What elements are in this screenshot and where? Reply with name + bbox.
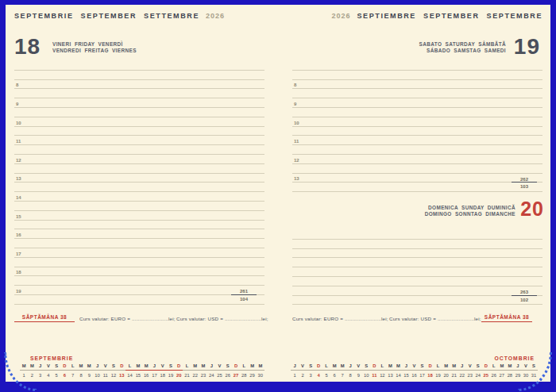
calendar-day-letter: S	[419, 363, 427, 371]
hour-label: 13	[294, 176, 299, 181]
schedule-row	[292, 249, 542, 259]
calendar-day-number: 19	[434, 371, 442, 379]
calendar-day-letter: V	[354, 363, 362, 371]
calendar-day-number: 31	[530, 371, 538, 379]
day-number-19: 19	[514, 36, 540, 58]
calendar-day-letter: S	[307, 363, 315, 371]
hour-label: 11	[294, 139, 299, 144]
calendar-day-letter: S	[474, 363, 482, 371]
calendar-day-letter: S	[530, 363, 538, 371]
calendar-day-letter: V	[522, 363, 530, 371]
calendar-day-number: 20	[442, 371, 450, 379]
calendar-day-letter: L	[490, 363, 498, 371]
calendar-day-letter: M	[498, 363, 506, 371]
schedule-row	[292, 183, 542, 192]
schedule-row	[292, 240, 542, 249]
calendar-day-number: 27	[498, 371, 506, 379]
calendar-day-letter: V	[466, 363, 474, 371]
calendar-day-letter: M	[394, 363, 402, 371]
schedule-row	[292, 286, 542, 296]
calendar-day: V 30	[522, 363, 530, 379]
calendar-day: L 5	[322, 363, 330, 379]
schedule-row	[292, 145, 542, 155]
day-names-19-line2: SÁBADO SAMSTAG SAMEDI	[419, 48, 506, 54]
calendar-day: D 25	[482, 363, 490, 379]
calendar-day: J 29	[514, 363, 522, 379]
hour-label: 12	[294, 158, 299, 163]
calendar-day: S 3	[307, 363, 315, 379]
schedule-row	[292, 127, 542, 136]
calendar-day: D 4	[315, 363, 322, 379]
calendar-day-number: 11	[370, 371, 378, 379]
calendar-day-letter: S	[362, 363, 370, 371]
right-month-names: SEPTIEMBRE SEPTEMBER SEPTEMBRE	[357, 12, 542, 20]
calendar-day-number: 12	[378, 371, 386, 379]
schedule-row	[292, 296, 542, 306]
schedule-row: 12	[292, 155, 542, 164]
calendar-day-number: 17	[419, 371, 427, 379]
schedule-row: 8	[292, 80, 542, 90]
calendar-day-number: 28	[506, 371, 514, 379]
diary-sheet: SEPTEMBRIE SEPTEMBER SETTEMBRE2026 18 VI…	[6, 5, 550, 382]
calendar-day: M 14	[394, 363, 402, 379]
calendar-day: J 1	[291, 363, 299, 379]
right-month-header: 2026SEPTIEMBRE SEPTEMBER SEPTEMBRE	[331, 12, 542, 20]
calendar-day: V 16	[410, 363, 418, 379]
calendar-day-letter: M	[506, 363, 514, 371]
day-names-20-line2: DOMINGO SONNTAG DIMANCHE	[425, 211, 515, 217]
calendar-day-letter: V	[299, 363, 307, 371]
calendar-day: J 15	[402, 363, 410, 379]
calendar-day-letter: M	[450, 363, 458, 371]
calendar-day-number: 4	[315, 371, 322, 379]
day-of-year: 262	[512, 174, 537, 183]
calendar-day-number: 21	[450, 371, 458, 379]
calendar-day-letter: D	[427, 363, 434, 371]
calendar-day-number: 7	[338, 371, 346, 379]
calendar-day: D 11	[370, 363, 378, 379]
hour-label: 9	[294, 102, 296, 106]
calendar-day-letter: J	[346, 363, 354, 371]
day-names-19: SABATO SATURDAY SÂMBĂTĂ SÁBADO SAMSTAG S…	[419, 41, 506, 54]
calendar-day: S 24	[474, 363, 482, 379]
calendar-day-letter: M	[386, 363, 394, 371]
calendar-day-number: 3	[307, 371, 315, 379]
calendar-day: L 26	[490, 363, 498, 379]
calendar-day-letter: L	[322, 363, 330, 371]
calendar-day-number: 8	[346, 371, 354, 379]
hour-label: 10	[294, 121, 299, 125]
hour-label: 8	[294, 83, 296, 87]
schedule-row	[292, 164, 542, 174]
calendar-day: M 27	[498, 363, 506, 379]
calendar-day: J 8	[346, 363, 354, 379]
day-counter-19: 262 103	[508, 174, 540, 193]
calendar-day-number: 10	[362, 371, 370, 379]
calendar-day-number: 25	[482, 371, 490, 379]
calendar-day-number: 22	[458, 371, 466, 379]
day-names-19-line1: SABATO SATURDAY SÂMBĂTĂ	[419, 41, 506, 48]
calendar-day: M 28	[506, 363, 514, 379]
schedule-row	[292, 267, 542, 277]
calendar-day-number: 5	[322, 371, 330, 379]
calendar-day-number: 13	[386, 371, 394, 379]
calendar-day-letter: D	[315, 363, 322, 371]
schedule-row: 11	[292, 136, 542, 145]
schedule-row	[292, 230, 542, 240]
calendar-day-number: 18	[427, 371, 434, 379]
calendar-day-letter: J	[458, 363, 466, 371]
calendar-day-letter: M	[338, 363, 346, 371]
calendar-day-number: 1	[291, 371, 299, 379]
calendar-day-letter: L	[378, 363, 386, 371]
mini-calendar-label-october: OCTOMBRIE	[495, 355, 535, 361]
calendar-day-letter: V	[410, 363, 418, 371]
calendar-day: M 13	[386, 363, 394, 379]
schedule-row: 13	[292, 174, 542, 183]
calendar-day-number: 16	[410, 371, 418, 379]
calendar-day-letter: D	[370, 363, 378, 371]
currency-euro-right: Curs valutar: EURO = ...................…	[292, 316, 388, 321]
calendar-day: V 9	[354, 363, 362, 379]
calendar-day: S 17	[419, 363, 427, 379]
calendar-day: D 18	[427, 363, 434, 379]
mini-calendar-october: J 1 V 2 S 3 D 4 L 5 M	[291, 363, 538, 379]
day-counter-20: 263 102	[508, 286, 540, 306]
days-remaining: 102	[508, 296, 540, 306]
